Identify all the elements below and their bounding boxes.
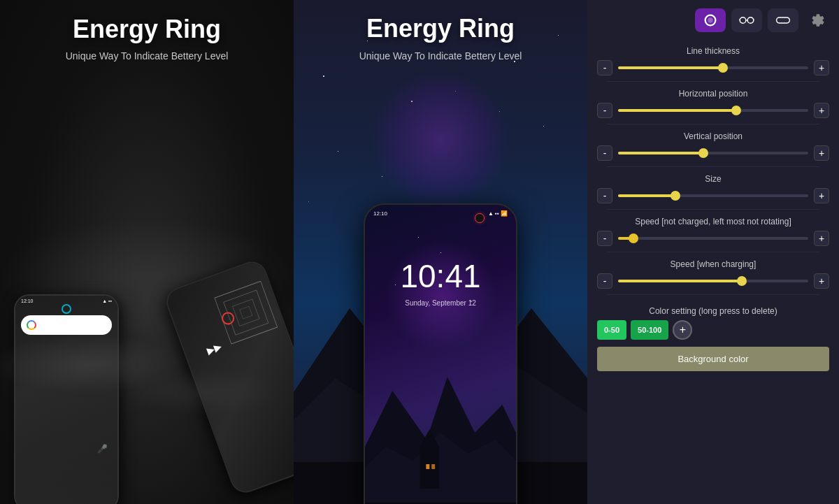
- color-setting-label: Color setting (long press to delete): [587, 306, 839, 316]
- circle-ring-icon: [703, 13, 718, 28]
- phone-screen-mountain: [365, 349, 516, 504]
- slider-minus-3[interactable]: -: [597, 188, 612, 203]
- center-punch-hole: [475, 213, 485, 223]
- slider-plus-0[interactable]: +: [814, 60, 829, 75]
- slider-fill-5: [618, 280, 742, 282]
- divider-2: [607, 166, 819, 167]
- slider-row-3: - +: [597, 188, 829, 203]
- tab-glasses[interactable]: [731, 8, 762, 32]
- nebula: [371, 70, 510, 210]
- center-time: 12:10: [373, 210, 387, 217]
- slider-minus-2[interactable]: -: [597, 145, 612, 161]
- divider-5: [607, 294, 819, 295]
- divider-0: [607, 81, 819, 82]
- left-subtitle: Unique Way To Indicate Bettery Level: [66, 50, 229, 62]
- slider-minus-5[interactable]: -: [597, 273, 612, 289]
- center-status-bar: 12:10 ▲ ▪▪ 📶: [373, 210, 508, 217]
- slider-thumb-4: [629, 233, 638, 243]
- slider-thumb-1: [731, 106, 741, 115]
- slider-minus-4[interactable]: -: [597, 231, 612, 246]
- slider-label-0: Line thickness: [597, 46, 829, 56]
- left-title: Energy Ring: [73, 15, 221, 43]
- pill-icon: [775, 13, 791, 28]
- slider-track-3[interactable]: [618, 194, 808, 197]
- svg-rect-18: [426, 464, 429, 469]
- add-color-button[interactable]: +: [673, 320, 692, 340]
- slider-track-5[interactable]: [618, 280, 808, 282]
- center-panel: Energy Ring Unique Way To Indicate Bette…: [294, 0, 587, 504]
- clouds-left: [0, 294, 294, 434]
- slider-thumb-2: [698, 148, 708, 158]
- slider-thumb-3: [671, 191, 680, 201]
- svg-rect-37: [777, 17, 790, 23]
- slider-fill-0: [618, 66, 723, 69]
- slider-label-3: Size: [597, 174, 829, 184]
- slider-row-1: - +: [597, 103, 829, 118]
- gear-icon: [810, 13, 826, 28]
- color-chips-row: 0-50 50-100 +: [587, 320, 839, 340]
- divider-1: [607, 124, 819, 124]
- divider-3: [607, 209, 819, 210]
- tab-pill[interactable]: [768, 8, 798, 32]
- center-clock-time: 10:41: [365, 257, 516, 295]
- slider-row-0: - +: [597, 60, 829, 75]
- slider-track-1[interactable]: [618, 109, 808, 112]
- left-panel: Energy Ring Unique Way To Indicate Bette…: [0, 0, 294, 504]
- svg-rect-19: [431, 464, 435, 469]
- divider-4: [607, 252, 819, 252]
- slider-row-4: - +: [597, 231, 829, 246]
- settings-button[interactable]: [807, 9, 829, 31]
- slider-track-4[interactable]: [618, 237, 808, 240]
- center-clock-date: Sunday, September 12: [365, 296, 516, 308]
- svg-point-33: [747, 17, 754, 24]
- slider-row-5: - +: [597, 273, 829, 289]
- slider-plus-5[interactable]: +: [814, 273, 829, 289]
- center-phone-frame: 12:10 ▲ ▪▪ 📶 10:41: [364, 203, 517, 504]
- center-phone: 12:10 ▲ ▪▪ 📶 10:41: [364, 203, 517, 504]
- center-phone-screen: 12:10 ▲ ▪▪ 📶 10:41: [365, 205, 516, 504]
- slider-thumb-5: [737, 276, 747, 286]
- slider-label-1: Horizontal position: [597, 89, 829, 99]
- svg-point-31: [708, 17, 712, 22]
- slider-track-2[interactable]: [618, 152, 808, 154]
- center-title: Energy Ring: [366, 14, 515, 43]
- slider-label-5: Speed [when charging]: [597, 259, 829, 269]
- sliders-section: Line thickness - + Horizontal position -…: [587, 39, 839, 301]
- background-color-button[interactable]: Background color: [597, 347, 829, 371]
- slider-fill-1: [618, 109, 736, 112]
- slider-minus-1[interactable]: -: [597, 103, 612, 118]
- svg-point-32: [740, 17, 746, 24]
- slider-label-2: Vertical position: [597, 131, 829, 141]
- slider-label-4: Speed [not charged, left most not rotati…: [597, 217, 829, 226]
- slider-minus-0[interactable]: -: [597, 60, 612, 75]
- right-panel: Line thickness - + Horizontal position -…: [587, 0, 839, 504]
- icon-tabs-row: [587, 8, 839, 39]
- slider-track-0[interactable]: [618, 66, 808, 69]
- color-chip-0[interactable]: 0-50: [597, 320, 626, 340]
- slider-fill-3: [618, 194, 675, 197]
- slider-fill-2: [618, 152, 703, 154]
- slider-thumb-0: [718, 63, 728, 73]
- tab-circle[interactable]: [695, 8, 726, 32]
- slider-plus-4[interactable]: +: [814, 231, 829, 246]
- center-subtitle: Unique Way To Indicate Bettery Level: [359, 50, 522, 62]
- slider-plus-1[interactable]: +: [814, 103, 829, 118]
- center-signal: ▲ ▪▪ 📶: [488, 210, 508, 217]
- slider-plus-3[interactable]: +: [814, 188, 829, 203]
- color-chip-1[interactable]: 50-100: [631, 320, 668, 340]
- slider-row-2: - +: [597, 145, 829, 161]
- glasses-icon: [739, 13, 754, 28]
- slider-plus-2[interactable]: +: [814, 145, 829, 161]
